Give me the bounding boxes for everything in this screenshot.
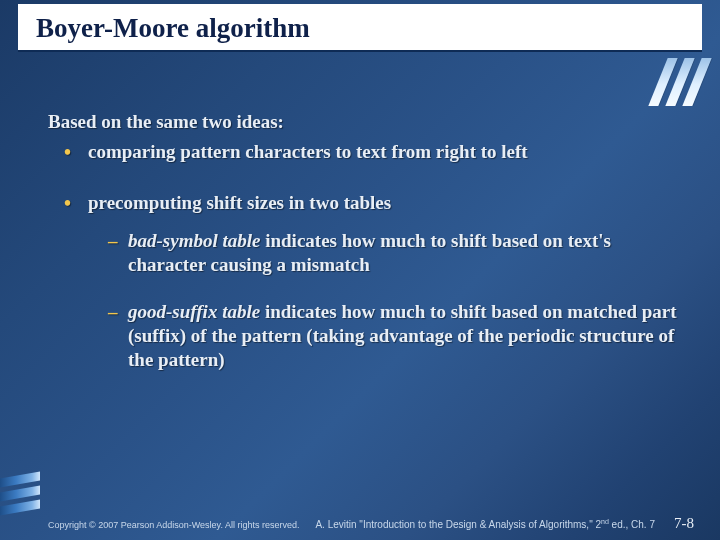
stripe-icon [0, 471, 40, 487]
bullet-list: comparing pattern characters to text fro… [64, 140, 680, 372]
sub-term: bad-symbol table [128, 230, 260, 251]
sub-item: good-suffix table indicates how much to … [108, 300, 680, 373]
sub-item: bad-symbol table indicates how much to s… [108, 229, 680, 278]
title-bar: Boyer-Moore algorithm [18, 4, 702, 52]
citation-text: A. Levitin "Introduction to the Design &… [315, 518, 658, 530]
footer: Copyright © 2007 Pearson Addison-Wesley.… [48, 515, 694, 532]
slide-body: Based on the same two ideas: comparing p… [48, 110, 680, 399]
copyright-text: Copyright © 2007 Pearson Addison-Wesley.… [48, 520, 299, 530]
bullet-text: comparing pattern characters to text fro… [88, 141, 528, 162]
citation-pre: A. Levitin "Introduction to the Design &… [315, 519, 601, 530]
stripe-icon [0, 485, 40, 501]
bullet-text: precomputing shift sizes in two tables [88, 192, 391, 213]
intro-text: Based on the same two ideas: [48, 110, 680, 134]
citation-sup: nd [601, 518, 609, 525]
bullet-item: precomputing shift sizes in two tables b… [64, 191, 680, 373]
slide: Boyer-Moore algorithm Based on the same … [0, 0, 720, 540]
slide-title: Boyer-Moore algorithm [36, 13, 310, 43]
sub-list: bad-symbol table indicates how much to s… [108, 229, 680, 373]
citation-post: ed., Ch. 7 [609, 519, 655, 530]
stripe-icon [0, 499, 40, 515]
sub-term: good-suffix table [128, 301, 260, 322]
bullet-item: comparing pattern characters to text fro… [64, 140, 680, 164]
decor-stripes-top [658, 58, 702, 106]
decor-stripes-bottom [0, 475, 40, 512]
page-number: 7-8 [674, 515, 694, 532]
